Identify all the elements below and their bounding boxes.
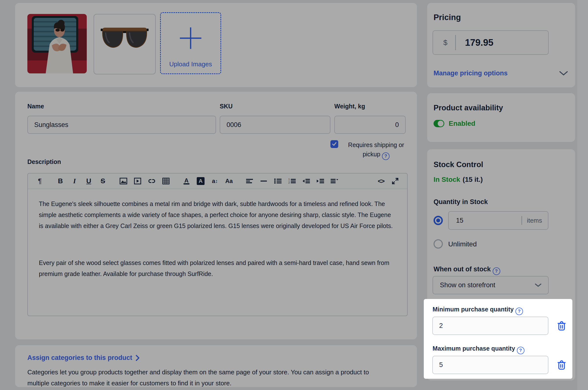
min-purchase-input[interactable] bbox=[432, 317, 549, 335]
min-purchase-delete-icon[interactable] bbox=[556, 320, 567, 332]
max-purchase-help-icon[interactable]: ? bbox=[517, 347, 524, 354]
product-edit-page: Upload Images Name SKU Weight, kg Requir… bbox=[0, 0, 588, 390]
max-purchase-label: Maximum purchase quantity ? bbox=[432, 345, 524, 354]
min-purchase-label: Minimum purchase quantity ? bbox=[432, 306, 523, 315]
min-purchase-help-icon[interactable]: ? bbox=[515, 307, 523, 315]
max-purchase-delete-icon[interactable] bbox=[556, 359, 567, 371]
max-purchase-input[interactable] bbox=[432, 356, 549, 374]
purchase-quantity-spotlight: Minimum purchase quantity ? Maximum purc… bbox=[424, 299, 572, 379]
